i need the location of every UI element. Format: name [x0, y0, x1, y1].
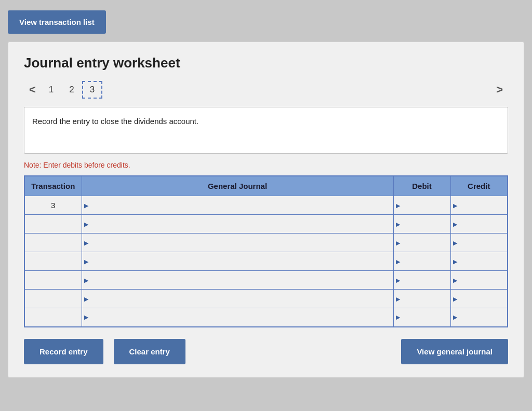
view-transaction-button[interactable]: View transaction list: [8, 10, 106, 34]
transaction-cell: [24, 308, 82, 327]
debit-input[interactable]: [394, 196, 450, 214]
general-journal-input[interactable]: [82, 215, 393, 233]
transaction-cell: [24, 234, 82, 252]
debit-input[interactable]: [394, 234, 450, 252]
description-box: Record the entry to close the dividends …: [24, 107, 508, 154]
transaction-cell: [24, 271, 82, 290]
credit-cell[interactable]: [450, 234, 508, 252]
bottom-buttons: Record entry Clear entry View general jo…: [24, 339, 508, 364]
page-1[interactable]: 1: [41, 82, 61, 98]
page-3[interactable]: 3: [82, 81, 102, 99]
transaction-cell: [24, 215, 82, 234]
credit-input[interactable]: [451, 308, 508, 326]
debit-cell[interactable]: [393, 308, 450, 327]
debit-cell[interactable]: [393, 252, 450, 271]
header-transaction: Transaction: [24, 176, 82, 196]
general-journal-input[interactable]: [82, 308, 393, 326]
view-general-journal-button[interactable]: View general journal: [401, 339, 508, 364]
credit-cell[interactable]: [450, 290, 508, 308]
note-text: Note: Enter debits before credits.: [24, 161, 508, 169]
general-journal-cell[interactable]: [82, 252, 393, 271]
debit-input[interactable]: [394, 215, 450, 233]
credit-input[interactable]: [451, 252, 508, 270]
debit-cell[interactable]: [393, 196, 450, 215]
transaction-cell: [24, 252, 82, 271]
debit-input[interactable]: [394, 252, 450, 270]
credit-input[interactable]: [451, 271, 508, 289]
credit-input[interactable]: [451, 290, 508, 308]
credit-cell[interactable]: [450, 271, 508, 290]
debit-input[interactable]: [394, 290, 450, 308]
credit-input[interactable]: [451, 215, 508, 233]
debit-cell[interactable]: [393, 234, 450, 252]
page-2[interactable]: 2: [61, 82, 82, 98]
debit-cell[interactable]: [393, 215, 450, 234]
general-journal-input[interactable]: [82, 252, 393, 270]
credit-cell[interactable]: [450, 308, 508, 327]
debit-input[interactable]: [394, 308, 450, 326]
table-row: [24, 308, 508, 327]
credit-cell[interactable]: [450, 196, 508, 215]
credit-input[interactable]: [451, 234, 508, 252]
general-journal-cell[interactable]: [82, 290, 393, 308]
general-journal-cell[interactable]: [82, 308, 393, 327]
transaction-cell: [24, 290, 82, 308]
journal-table: Transaction General Journal Debit Credit…: [24, 175, 508, 327]
general-journal-cell[interactable]: [82, 196, 393, 215]
record-entry-button[interactable]: Record entry: [24, 339, 103, 364]
next-page-button[interactable]: >: [491, 80, 508, 99]
table-row: [24, 234, 508, 252]
pagination-row: < 1 2 3 >: [24, 80, 508, 99]
general-journal-input[interactable]: [82, 271, 393, 289]
header-credit: Credit: [450, 176, 508, 196]
page-title: Journal entry worksheet: [24, 55, 508, 71]
general-journal-input[interactable]: [82, 290, 393, 308]
credit-input[interactable]: [451, 196, 508, 214]
table-row: [24, 271, 508, 290]
general-journal-cell[interactable]: [82, 271, 393, 290]
debit-input[interactable]: [394, 271, 450, 289]
table-row: [24, 290, 508, 308]
top-bar: View transaction list: [0, 0, 532, 42]
general-journal-cell[interactable]: [82, 234, 393, 252]
header-general-journal: General Journal: [82, 176, 393, 196]
debit-cell[interactable]: [393, 290, 450, 308]
prev-page-button[interactable]: <: [24, 80, 41, 99]
header-debit: Debit: [393, 176, 450, 196]
credit-cell[interactable]: [450, 252, 508, 271]
general-journal-input[interactable]: [82, 196, 393, 214]
general-journal-input[interactable]: [82, 234, 393, 252]
table-row: [24, 252, 508, 271]
debit-cell[interactable]: [393, 271, 450, 290]
clear-entry-button[interactable]: Clear entry: [114, 339, 185, 364]
transaction-cell: 3: [24, 196, 82, 215]
general-journal-cell[interactable]: [82, 215, 393, 234]
credit-cell[interactable]: [450, 215, 508, 234]
table-row: [24, 215, 508, 234]
main-container: Journal entry worksheet < 1 2 3 > Record…: [8, 42, 524, 378]
table-row: 3: [24, 196, 508, 215]
